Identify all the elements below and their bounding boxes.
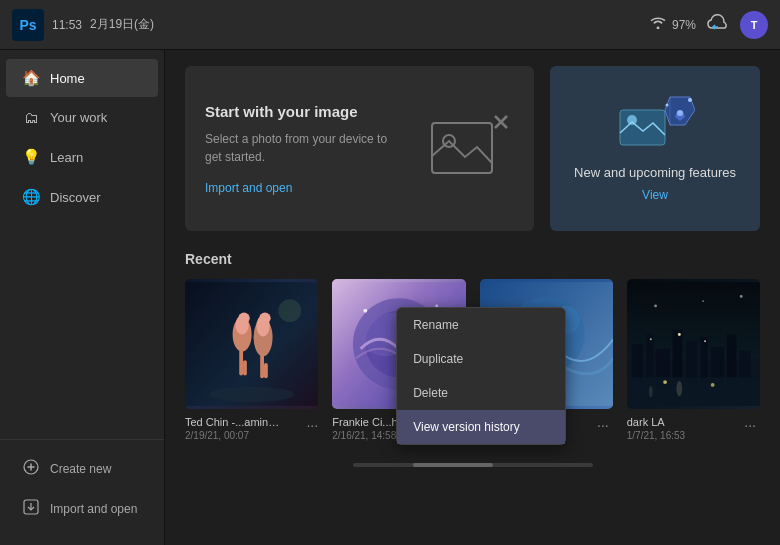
learn-icon: 💡 xyxy=(22,148,40,166)
svg-point-52 xyxy=(650,338,652,340)
recent-more-btn-3[interactable]: ··· xyxy=(740,416,760,434)
svg-point-33 xyxy=(364,309,368,313)
user-avatar[interactable]: T xyxy=(740,11,768,39)
sidebar-label-learn: Learn xyxy=(50,150,83,165)
recent-thumb-3[interactable] xyxy=(627,279,760,409)
recent-more-btn-2[interactable]: ··· xyxy=(593,416,613,434)
scrollbar-track[interactable] xyxy=(353,463,593,467)
topbar-right: 97% T xyxy=(650,11,768,39)
start-card: Start with your image Select a photo fro… xyxy=(185,66,534,231)
sidebar-label-import-open: Import and open xyxy=(50,502,137,516)
svg-point-60 xyxy=(702,300,704,302)
context-menu-item-version-history[interactable]: View version history xyxy=(397,410,565,444)
recent-item-details-0: Ted Chin -...amingos (2) 2/19/21, 00:07 xyxy=(185,416,302,441)
svg-point-28 xyxy=(209,387,295,402)
start-card-text: Start with your image Select a photo fro… xyxy=(205,103,404,195)
recent-section: Recent xyxy=(185,251,760,441)
scrollbar-thumb[interactable] xyxy=(413,463,493,467)
recent-item-info-0: Ted Chin -...amingos (2) 2/19/21, 00:07 … xyxy=(185,416,318,441)
svg-point-19 xyxy=(238,313,249,324)
context-menu-item-delete[interactable]: Delete xyxy=(397,376,565,410)
svg-rect-21 xyxy=(243,360,247,375)
svg-rect-49 xyxy=(727,334,737,383)
svg-point-15 xyxy=(666,104,669,107)
start-card-title: Start with your image xyxy=(205,103,404,120)
svg-rect-26 xyxy=(264,363,268,378)
svg-point-10 xyxy=(627,115,637,125)
svg-point-56 xyxy=(649,386,653,397)
topbar-date: 2月19日(金) xyxy=(90,16,154,33)
svg-rect-45 xyxy=(672,330,682,382)
list-item: dark LA 1/7/21, 16:53 ··· xyxy=(627,279,760,441)
context-menu: Rename Duplicate Delete View version his… xyxy=(396,307,566,445)
svg-rect-25 xyxy=(260,354,264,379)
recent-section-title: Recent xyxy=(185,251,760,267)
svg-point-13 xyxy=(677,110,683,116)
svg-point-53 xyxy=(704,340,706,342)
topbar-time: 11:53 xyxy=(52,18,82,32)
features-view-link[interactable]: View xyxy=(642,188,668,202)
svg-point-59 xyxy=(654,305,657,308)
features-illustration xyxy=(615,95,695,165)
sidebar-item-home[interactable]: 🏠 Home xyxy=(6,59,158,97)
features-card: New and upcoming features View xyxy=(550,66,760,231)
recent-thumb-0[interactable] xyxy=(185,279,318,409)
home-icon: 🏠 xyxy=(22,69,40,87)
topbar-left: Ps 11:53 2月19日(金) xyxy=(12,9,154,41)
recent-date-3: 1/7/21, 16:53 xyxy=(627,430,685,441)
recent-more-btn-0[interactable]: ··· xyxy=(302,416,322,434)
svg-rect-47 xyxy=(700,337,708,383)
svg-point-51 xyxy=(678,333,681,336)
recent-item-info-3: dark LA 1/7/21, 16:53 ··· xyxy=(627,416,760,441)
context-menu-item-duplicate[interactable]: Duplicate xyxy=(397,342,565,376)
sidebar-item-learn[interactable]: 💡 Learn xyxy=(6,138,158,176)
scrollbar-container xyxy=(185,455,760,471)
sidebar-label-your-work: Your work xyxy=(50,110,107,125)
recent-item-details-3: dark LA 1/7/21, 16:53 xyxy=(627,416,685,441)
main-layout: 🏠 Home 🗂 Your work 💡 Learn 🌐 Discover xyxy=(0,50,780,545)
svg-point-14 xyxy=(688,98,692,102)
battery-text: 97% xyxy=(672,18,696,32)
context-menu-item-rename[interactable]: Rename xyxy=(397,308,565,342)
sidebar: 🏠 Home 🗂 Your work 💡 Learn 🌐 Discover xyxy=(0,50,165,545)
svg-point-24 xyxy=(259,313,270,324)
svg-rect-20 xyxy=(239,349,243,376)
sidebar-item-create-new[interactable]: Create new xyxy=(6,449,158,488)
svg-rect-54 xyxy=(627,377,760,406)
recent-name-0: Ted Chin -...amingos (2) xyxy=(185,416,285,428)
topbar: Ps 11:53 2月19日(金) 97% T xyxy=(0,0,780,50)
features-card-title: New and upcoming features xyxy=(574,165,736,180)
sidebar-label-create-new: Create new xyxy=(50,462,111,476)
recent-date-0: 2/19/21, 00:07 xyxy=(185,430,302,441)
your-work-icon: 🗂 xyxy=(22,109,40,126)
ps-logo-icon: Ps xyxy=(12,9,44,41)
sidebar-label-discover: Discover xyxy=(50,190,101,205)
svg-point-58 xyxy=(711,383,715,387)
sidebar-item-discover[interactable]: 🌐 Discover xyxy=(6,178,158,216)
svg-point-61 xyxy=(740,295,743,298)
svg-point-55 xyxy=(676,381,682,396)
sidebar-bottom: Create new Import and open xyxy=(0,439,164,537)
wifi-icon xyxy=(650,17,666,32)
sidebar-item-your-work[interactable]: 🗂 Your work xyxy=(6,99,158,136)
svg-point-57 xyxy=(663,380,667,384)
main-content: Start with your image Select a photo fro… xyxy=(165,50,780,545)
create-new-icon xyxy=(22,459,40,478)
start-card-illustration xyxy=(424,109,514,189)
topbar-status-icons: 97% xyxy=(650,17,696,32)
svg-point-27 xyxy=(278,299,301,322)
sidebar-label-home: Home xyxy=(50,71,85,86)
start-card-desc: Select a photo from your device to get s… xyxy=(205,130,404,166)
recent-name-3: dark LA xyxy=(627,416,677,428)
recent-grid: Ted Chin -...amingos (2) 2/19/21, 00:07 … xyxy=(185,279,760,441)
list-item: Ted Chin -...amingos (2) 2/19/21, 00:07 … xyxy=(185,279,318,441)
hero-row: Start with your image Select a photo fro… xyxy=(185,66,760,231)
sidebar-item-import-open[interactable]: Import and open xyxy=(6,489,158,528)
cloud-sync-icon[interactable] xyxy=(706,14,730,36)
svg-rect-42 xyxy=(632,344,643,382)
import-open-link[interactable]: Import and open xyxy=(205,181,292,195)
list-item: Frankie Ci...h to Believe 2/16/21, 14:58… xyxy=(332,279,465,441)
discover-icon: 🌐 xyxy=(22,188,40,206)
import-icon xyxy=(22,499,40,518)
svg-rect-43 xyxy=(646,334,654,382)
